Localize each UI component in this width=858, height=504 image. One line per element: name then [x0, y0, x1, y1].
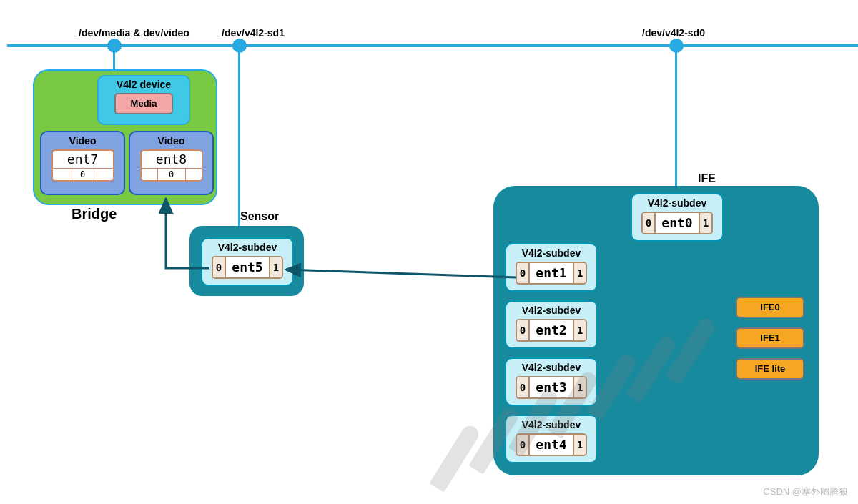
entity-name: ent3: [530, 377, 573, 397]
subdev-title: V4l2-subdev: [202, 242, 292, 253]
bus-label-sd0: /dev/v4l2-sd0: [642, 27, 705, 39]
v4l2-device: V4l2 device Media: [97, 75, 190, 125]
subdev-title: V4l2-subdev: [506, 419, 596, 430]
video-device-1: Video ent8 0: [129, 131, 214, 195]
port-1: 1: [573, 435, 586, 455]
entity-ent5: 0 ent5 1: [212, 256, 283, 279]
port-0: 0: [517, 435, 530, 455]
bus-label-sd1: /dev/v4l2-sd1: [222, 27, 285, 39]
subdev-title: V4l2-subdev: [506, 362, 596, 373]
ife-container: V4l2-subdev 0 ent0 1 V4l2-subdev 0 ent1 …: [493, 186, 819, 475]
entity-ent7: ent7 0: [51, 149, 114, 182]
ife-block-2: IFE lite: [736, 358, 804, 380]
port-0: 0: [517, 377, 530, 397]
ife-subdev-ent4: V4l2-subdev 0 ent4 1: [505, 415, 598, 463]
port-1: 1: [269, 257, 282, 277]
entity-name: ent8: [142, 151, 202, 169]
bus-node-sd0: [669, 39, 684, 53]
entity-name: ent7: [53, 151, 113, 169]
watermark: CSDN @塞外图腾狼: [763, 485, 848, 498]
entity-port: 0: [69, 169, 97, 180]
port-1: 1: [573, 263, 586, 283]
ife-block-0: IFE0: [736, 297, 804, 318]
sensor-label: Sensor: [240, 210, 279, 223]
entity-ent3: 0 ent3 1: [516, 376, 587, 399]
ife-label: IFE: [698, 172, 716, 185]
link-ent1-to-ent5: [286, 270, 516, 277]
subdev-title: V4l2-subdev: [506, 305, 596, 316]
bus-node-sd1: [232, 39, 247, 53]
ife-subdev-ent0: V4l2-subdev 0 ent0 1: [631, 193, 724, 242]
port-1: 1: [699, 213, 711, 233]
port-0: 0: [517, 320, 530, 340]
bus-line: [7, 44, 858, 47]
ife-block-1: IFE1: [736, 327, 804, 349]
port-1: 1: [573, 377, 586, 397]
sensor-subdev: V4l2-subdev 0 ent5 1: [201, 237, 294, 286]
port-0: 0: [213, 257, 226, 277]
entity-ent2: 0 ent2 1: [516, 319, 587, 342]
sensor-container: V4l2-subdev 0 ent5 1: [189, 226, 304, 296]
entity-ent0: 0 ent0 1: [641, 212, 713, 234]
bus-label-media: /dev/media & dev/video: [79, 27, 189, 39]
video-device-0: Video ent7 0: [40, 131, 125, 195]
video-title: Video: [41, 135, 124, 147]
entity-ent4: 0 ent4 1: [516, 433, 587, 456]
port-0: 0: [643, 213, 656, 233]
entity-ent8: ent8 0: [140, 149, 203, 182]
bridge-label: Bridge: [72, 206, 117, 222]
video-title: Video: [130, 135, 212, 147]
ife-subdev-ent3: V4l2-subdev 0 ent3 1: [505, 357, 598, 406]
entity-ent1: 0 ent1 1: [516, 262, 587, 285]
port-0: 0: [517, 263, 530, 283]
drop-line-sd0: [675, 47, 677, 190]
subdev-title: V4l2-subdev: [506, 247, 596, 259]
bus-node-media: [107, 39, 122, 53]
ife-subdev-ent1: V4l2-subdev 0 ent1 1: [505, 243, 598, 292]
entity-name: ent2: [530, 320, 573, 340]
media-device: Media: [114, 93, 173, 114]
ife-subdev-ent2: V4l2-subdev 0 ent2 1: [505, 300, 598, 349]
entity-port: 0: [157, 169, 186, 180]
entity-name: ent0: [656, 213, 699, 233]
entity-name: ent1: [530, 263, 573, 283]
entity-name: ent5: [226, 257, 269, 277]
bridge-container: V4l2 device Media Video ent7 0 Video ent…: [33, 69, 217, 205]
drop-line-sd1: [238, 47, 240, 230]
port-1: 1: [573, 320, 586, 340]
v4l2-device-title: V4l2 device: [99, 79, 189, 90]
subdev-title: V4l2-subdev: [632, 197, 722, 209]
entity-name: ent4: [530, 435, 573, 455]
